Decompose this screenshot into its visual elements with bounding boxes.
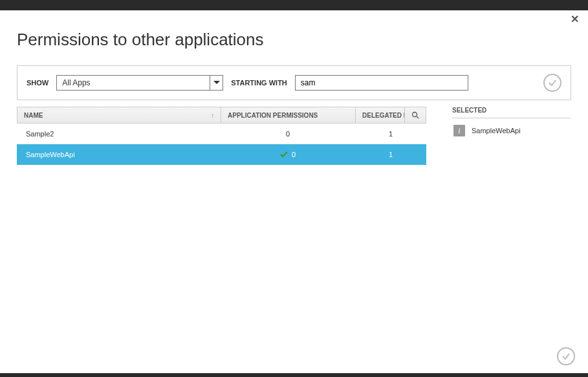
table-header: NAME ↑ APPLICATION PERMISSIONS DELEGATED… <box>17 107 426 124</box>
cell-name: SampleWebApi <box>17 151 221 158</box>
sort-asc-icon: ↑ <box>211 112 214 119</box>
svg-point-0 <box>413 113 417 117</box>
selected-item[interactable]: iSampleWebApi <box>452 118 571 143</box>
cell-delegated-permissions: 1 <box>355 130 426 138</box>
starting-with-label: STARTING WITH <box>231 79 287 87</box>
check-icon <box>548 78 557 87</box>
svg-line-1 <box>417 116 419 118</box>
search-icon <box>411 111 419 119</box>
table-row[interactable]: Sample201 <box>17 124 426 144</box>
chevron-down-icon <box>210 76 223 90</box>
show-label: SHOW <box>27 79 49 87</box>
check-icon <box>280 151 288 158</box>
page-confirm-button[interactable] <box>557 347 575 365</box>
table-row[interactable]: SampleWebApi01 <box>17 144 426 165</box>
cell-app-permissions: 0 <box>221 130 355 138</box>
cell-name: Sample2 <box>17 130 221 138</box>
selected-item-label: SampleWebApi <box>472 127 521 135</box>
starting-with-input[interactable] <box>295 75 468 91</box>
column-delegated-permissions[interactable]: DELEGATED P... <box>356 107 405 123</box>
filter-confirm-button[interactable] <box>543 74 561 92</box>
results-table: NAME ↑ APPLICATION PERMISSIONS DELEGATED… <box>17 107 426 165</box>
selected-panel: SELECTED iSampleWebApi <box>452 107 571 165</box>
column-search[interactable] <box>405 107 426 123</box>
show-select[interactable]: All Apps <box>56 75 223 91</box>
cell-app-permissions: 0 <box>221 151 355 158</box>
cell-delegated-permissions: 1 <box>355 151 426 158</box>
app-info-icon: i <box>453 125 465 136</box>
close-icon[interactable]: ✕ <box>571 13 579 25</box>
page-title: Permissions to other applications <box>17 30 571 50</box>
column-name[interactable]: NAME ↑ <box>17 107 221 123</box>
check-icon <box>561 352 571 361</box>
filter-bar: SHOW All Apps STARTING WITH <box>17 65 571 100</box>
show-select-value: All Apps <box>57 78 210 87</box>
window-bottom-bar <box>0 373 588 377</box>
selected-header: SELECTED <box>452 107 571 118</box>
window-top-bar <box>0 0 588 10</box>
column-app-permissions[interactable]: APPLICATION PERMISSIONS <box>221 107 356 123</box>
